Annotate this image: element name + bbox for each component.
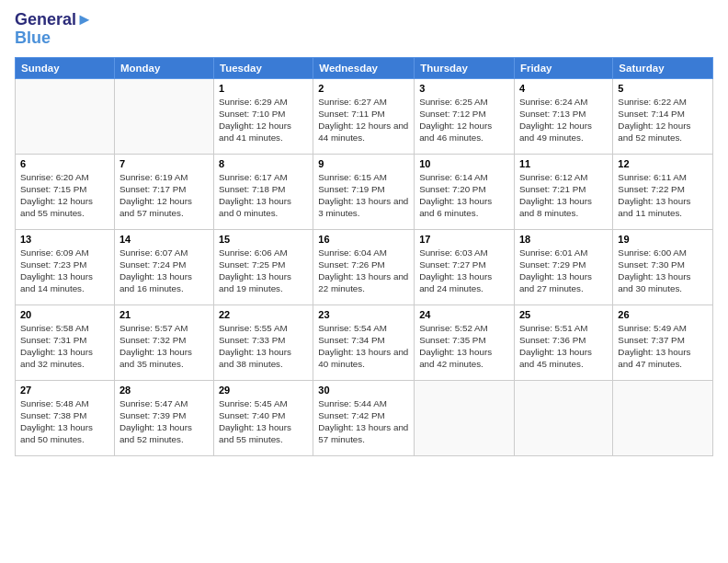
calendar-cell: 10Sunrise: 6:14 AM Sunset: 7:20 PM Dayli… [415,154,515,229]
day-number: 20 [20,309,109,320]
weekday-header-saturday: Saturday [613,57,713,78]
calendar-cell [613,380,713,455]
day-number: 8 [219,158,308,169]
day-info: Sunrise: 6:09 AM Sunset: 7:23 PM Dayligh… [20,247,109,295]
day-number: 11 [519,158,608,169]
day-number: 6 [20,158,109,169]
day-number: 17 [419,234,509,245]
calendar-cell: 1Sunrise: 6:29 AM Sunset: 7:10 PM Daylig… [214,78,313,154]
week-row-1: 1Sunrise: 6:29 AM Sunset: 7:10 PM Daylig… [16,78,713,154]
day-number: 15 [219,234,308,245]
weekday-header-friday: Friday [514,57,612,78]
calendar-cell: 5Sunrise: 6:22 AM Sunset: 7:14 PM Daylig… [613,78,713,154]
day-number: 25 [519,309,608,320]
day-number: 7 [119,158,209,169]
day-info: Sunrise: 6:01 AM Sunset: 7:29 PM Dayligh… [519,247,608,295]
day-info: Sunrise: 6:20 AM Sunset: 7:15 PM Dayligh… [20,171,109,220]
calendar-cell: 26Sunrise: 5:49 AM Sunset: 7:37 PM Dayli… [613,304,713,380]
day-info: Sunrise: 5:51 AM Sunset: 7:36 PM Dayligh… [519,322,608,371]
weekday-header-wednesday: Wednesday [313,57,415,78]
calendar-cell: 14Sunrise: 6:07 AM Sunset: 7:24 PM Dayli… [114,229,213,304]
calendar-table: SundayMondayTuesdayWednesdayThursdayFrid… [15,57,713,456]
week-row-4: 20Sunrise: 5:58 AM Sunset: 7:31 PM Dayli… [16,304,713,380]
calendar-cell: 17Sunrise: 6:03 AM Sunset: 7:27 PM Dayli… [415,229,515,304]
calendar-cell: 11Sunrise: 6:12 AM Sunset: 7:21 PM Dayli… [514,154,612,229]
day-info: Sunrise: 5:45 AM Sunset: 7:40 PM Dayligh… [219,397,308,446]
day-info: Sunrise: 6:04 AM Sunset: 7:26 PM Dayligh… [318,247,409,295]
day-number: 4 [519,83,608,94]
day-number: 26 [618,309,708,320]
day-number: 13 [20,234,109,245]
day-number: 30 [318,385,409,396]
day-info: Sunrise: 6:03 AM Sunset: 7:27 PM Dayligh… [419,247,509,295]
day-number: 19 [618,234,708,245]
header: General►Blue [15,11,713,48]
calendar-cell: 4Sunrise: 6:24 AM Sunset: 7:13 PM Daylig… [514,78,612,154]
day-number: 14 [119,234,209,245]
day-info: Sunrise: 6:22 AM Sunset: 7:14 PM Dayligh… [618,96,708,144]
day-info: Sunrise: 5:48 AM Sunset: 7:38 PM Dayligh… [20,397,109,446]
calendar-cell [114,78,213,154]
day-info: Sunrise: 5:57 AM Sunset: 7:32 PM Dayligh… [119,322,209,371]
day-info: Sunrise: 6:19 AM Sunset: 7:17 PM Dayligh… [119,171,209,220]
day-number: 29 [219,385,308,396]
weekday-header-thursday: Thursday [415,57,515,78]
day-info: Sunrise: 6:14 AM Sunset: 7:20 PM Dayligh… [419,171,509,220]
calendar-cell: 13Sunrise: 6:09 AM Sunset: 7:23 PM Dayli… [16,229,115,304]
week-row-5: 27Sunrise: 5:48 AM Sunset: 7:38 PM Dayli… [16,380,713,455]
calendar-cell: 24Sunrise: 5:52 AM Sunset: 7:35 PM Dayli… [415,304,515,380]
weekday-header-tuesday: Tuesday [214,57,313,78]
day-number: 5 [618,83,708,94]
week-row-3: 13Sunrise: 6:09 AM Sunset: 7:23 PM Dayli… [16,229,713,304]
day-info: Sunrise: 6:25 AM Sunset: 7:12 PM Dayligh… [419,96,509,144]
day-info: Sunrise: 5:44 AM Sunset: 7:42 PM Dayligh… [318,397,409,446]
day-info: Sunrise: 6:27 AM Sunset: 7:11 PM Dayligh… [318,96,409,144]
calendar-cell: 7Sunrise: 6:19 AM Sunset: 7:17 PM Daylig… [114,154,213,229]
day-number: 1 [219,83,308,94]
day-number: 3 [419,83,509,94]
day-number: 27 [20,385,109,396]
calendar-cell: 22Sunrise: 5:55 AM Sunset: 7:33 PM Dayli… [214,304,313,380]
calendar-cell [514,380,612,455]
day-info: Sunrise: 5:49 AM Sunset: 7:37 PM Dayligh… [618,322,708,371]
day-number: 16 [318,234,409,245]
day-info: Sunrise: 5:47 AM Sunset: 7:39 PM Dayligh… [119,397,209,446]
calendar-cell: 3Sunrise: 6:25 AM Sunset: 7:12 PM Daylig… [415,78,515,154]
day-number: 10 [419,158,509,169]
day-number: 12 [618,158,708,169]
calendar-cell: 20Sunrise: 5:58 AM Sunset: 7:31 PM Dayli… [16,304,115,380]
calendar-cell: 18Sunrise: 6:01 AM Sunset: 7:29 PM Dayli… [514,229,612,304]
day-info: Sunrise: 6:00 AM Sunset: 7:30 PM Dayligh… [618,247,708,295]
calendar-cell: 25Sunrise: 5:51 AM Sunset: 7:36 PM Dayli… [514,304,612,380]
day-info: Sunrise: 6:17 AM Sunset: 7:18 PM Dayligh… [219,171,308,220]
day-info: Sunrise: 6:24 AM Sunset: 7:13 PM Dayligh… [519,96,608,144]
day-number: 22 [219,309,308,320]
calendar-cell: 9Sunrise: 6:15 AM Sunset: 7:19 PM Daylig… [313,154,415,229]
calendar-cell: 27Sunrise: 5:48 AM Sunset: 7:38 PM Dayli… [16,380,115,455]
day-number: 21 [119,309,209,320]
calendar-cell: 21Sunrise: 5:57 AM Sunset: 7:32 PM Dayli… [114,304,213,380]
day-number: 24 [419,309,509,320]
calendar-cell: 12Sunrise: 6:11 AM Sunset: 7:22 PM Dayli… [613,154,713,229]
day-number: 18 [519,234,608,245]
day-info: Sunrise: 5:52 AM Sunset: 7:35 PM Dayligh… [419,322,509,371]
calendar-cell [415,380,515,455]
calendar-cell: 15Sunrise: 6:06 AM Sunset: 7:25 PM Dayli… [214,229,313,304]
week-row-2: 6Sunrise: 6:20 AM Sunset: 7:15 PM Daylig… [16,154,713,229]
page: General►Blue SundayMondayTuesdayWednesda… [0,0,728,563]
day-info: Sunrise: 6:15 AM Sunset: 7:19 PM Dayligh… [318,171,409,220]
calendar-cell: 19Sunrise: 6:00 AM Sunset: 7:30 PM Dayli… [613,229,713,304]
day-number: 9 [318,158,409,169]
calendar-cell [16,78,115,154]
day-info: Sunrise: 5:54 AM Sunset: 7:34 PM Dayligh… [318,322,409,371]
calendar-cell: 2Sunrise: 6:27 AM Sunset: 7:11 PM Daylig… [313,78,415,154]
day-number: 28 [119,385,209,396]
logo: General►Blue [15,11,93,48]
day-info: Sunrise: 6:29 AM Sunset: 7:10 PM Dayligh… [219,96,308,144]
logo-blue: Blue [15,29,51,47]
calendar-cell: 6Sunrise: 6:20 AM Sunset: 7:15 PM Daylig… [16,154,115,229]
calendar-cell: 28Sunrise: 5:47 AM Sunset: 7:39 PM Dayli… [114,380,213,455]
day-info: Sunrise: 5:55 AM Sunset: 7:33 PM Dayligh… [219,322,308,371]
day-info: Sunrise: 6:06 AM Sunset: 7:25 PM Dayligh… [219,247,308,295]
weekday-header-sunday: Sunday [16,57,115,78]
